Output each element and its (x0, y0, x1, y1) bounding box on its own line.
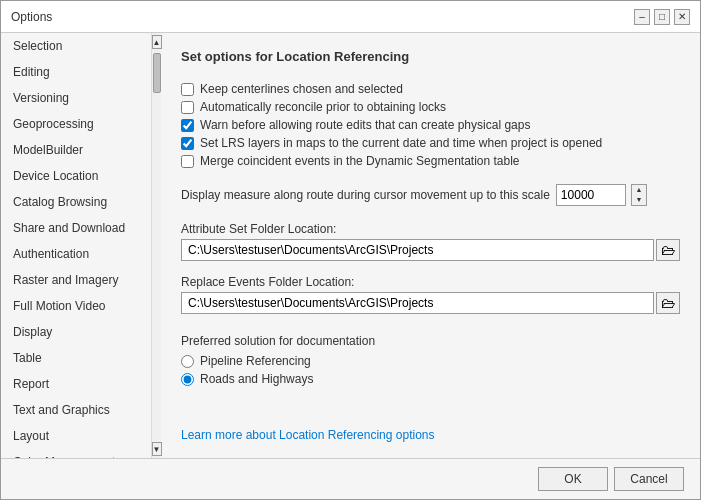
radio-group: Preferred solution for documentation Pip… (181, 334, 680, 390)
sidebar: SelectionEditingVersioningGeoprocessingM… (1, 33, 161, 458)
ok-button[interactable]: OK (538, 467, 608, 491)
checkbox-row-5: Merge coincident events in the Dynamic S… (181, 154, 680, 168)
dialog-footer: OK Cancel (1, 458, 700, 499)
checkboxes-group: Keep centerlines chosen and selected Aut… (181, 82, 680, 172)
close-button[interactable]: ✕ (674, 9, 690, 25)
checkbox-label-5: Merge coincident events in the Dynamic S… (200, 154, 520, 168)
scrollbar-thumb[interactable] (153, 53, 161, 93)
options-dialog: Options – □ ✕ SelectionEditingVersioning… (0, 0, 701, 500)
checkbox-warn-route[interactable] (181, 119, 194, 132)
checkbox-row-1: Keep centerlines chosen and selected (181, 82, 680, 96)
dialog-body: SelectionEditingVersioningGeoprocessingM… (1, 33, 700, 458)
checkbox-keep-centerlines[interactable] (181, 83, 194, 96)
checkbox-row-4: Set LRS layers in maps to the current da… (181, 136, 680, 150)
radio-label-2: Roads and Highways (200, 372, 313, 386)
scrollbar-down-button[interactable]: ▼ (152, 442, 162, 456)
sidebar-item-modelbuilder[interactable]: ModelBuilder (1, 137, 151, 163)
title-bar: Options – □ ✕ (1, 1, 700, 33)
sidebar-item-layout[interactable]: Layout (1, 423, 151, 449)
replace-folder-browse-button[interactable]: 🗁 (656, 292, 680, 314)
radio-group-title: Preferred solution for documentation (181, 334, 680, 348)
scrollbar-up-button[interactable]: ▲ (152, 35, 162, 49)
learn-more-link[interactable]: Learn more about Location Referencing op… (181, 416, 680, 442)
sidebar-item-raster-and-imagery[interactable]: Raster and Imagery (1, 267, 151, 293)
sidebar-item-catalog-browsing[interactable]: Catalog Browsing (1, 189, 151, 215)
scale-input[interactable] (556, 184, 626, 206)
scale-label: Display measure along route during curso… (181, 188, 550, 202)
sidebar-item-selection[interactable]: Selection (1, 33, 151, 59)
radio-row-2: Roads and Highways (181, 372, 680, 386)
sidebar-item-table[interactable]: Table (1, 345, 151, 371)
section-title: Set options for Location Referencing (181, 49, 680, 64)
sidebar-item-report[interactable]: Report (1, 371, 151, 397)
scale-down-arrow[interactable]: ▼ (632, 195, 646, 205)
sidebar-item-editing[interactable]: Editing (1, 59, 151, 85)
checkbox-label-4: Set LRS layers in maps to the current da… (200, 136, 602, 150)
minimize-button[interactable]: – (634, 9, 650, 25)
checkbox-row-2: Automatically reconcile prior to obtaini… (181, 100, 680, 114)
replace-folder-row: 🗁 (181, 292, 680, 314)
checkbox-label-2: Automatically reconcile prior to obtaini… (200, 100, 446, 114)
scale-row: Display measure along route during curso… (181, 184, 680, 206)
checkbox-label-1: Keep centerlines chosen and selected (200, 82, 403, 96)
checkbox-row-3: Warn before allowing route edits that ca… (181, 118, 680, 132)
sidebar-item-full-motion-video[interactable]: Full Motion Video (1, 293, 151, 319)
radio-roads[interactable] (181, 373, 194, 386)
attribute-folder-group: Attribute Set Folder Location: 🗁 (181, 222, 680, 261)
attribute-folder-row: 🗁 (181, 239, 680, 261)
sidebar-item-authentication[interactable]: Authentication (1, 241, 151, 267)
attribute-folder-input[interactable] (181, 239, 654, 261)
sidebar-item-display[interactable]: Display (1, 319, 151, 345)
sidebar-item-share-and-download[interactable]: Share and Download (1, 215, 151, 241)
sidebar-item-geoprocessing[interactable]: Geoprocessing (1, 111, 151, 137)
replace-folder-input[interactable] (181, 292, 654, 314)
radio-label-1: Pipeline Referencing (200, 354, 311, 368)
radio-row-1: Pipeline Referencing (181, 354, 680, 368)
sidebar-scroll: SelectionEditingVersioningGeoprocessingM… (1, 33, 151, 458)
checkbox-label-3: Warn before allowing route edits that ca… (200, 118, 530, 132)
sidebar-item-color-management[interactable]: Color Management (1, 449, 151, 458)
radio-pipeline[interactable] (181, 355, 194, 368)
sidebar-item-device-location[interactable]: Device Location (1, 163, 151, 189)
scale-up-arrow[interactable]: ▲ (632, 185, 646, 195)
checkbox-merge-coincident[interactable] (181, 155, 194, 168)
attribute-folder-browse-button[interactable]: 🗁 (656, 239, 680, 261)
sidebar-items-container: SelectionEditingVersioningGeoprocessingM… (1, 33, 151, 458)
dialog-title: Options (11, 10, 52, 24)
sidebar-item-versioning[interactable]: Versioning (1, 85, 151, 111)
checkbox-auto-reconcile[interactable] (181, 101, 194, 114)
title-bar-controls: – □ ✕ (634, 9, 690, 25)
attribute-folder-label: Attribute Set Folder Location: (181, 222, 680, 236)
sidebar-item-text-and-graphics[interactable]: Text and Graphics (1, 397, 151, 423)
cancel-button[interactable]: Cancel (614, 467, 684, 491)
replace-folder-label: Replace Events Folder Location: (181, 275, 680, 289)
replace-folder-group: Replace Events Folder Location: 🗁 (181, 275, 680, 314)
scale-spinner[interactable]: ▲ ▼ (631, 184, 647, 206)
checkbox-set-lrs[interactable] (181, 137, 194, 150)
maximize-button[interactable]: □ (654, 9, 670, 25)
sidebar-scrollbar: ▲ ▼ (151, 33, 161, 458)
main-content: Set options for Location Referencing Kee… (161, 33, 700, 458)
